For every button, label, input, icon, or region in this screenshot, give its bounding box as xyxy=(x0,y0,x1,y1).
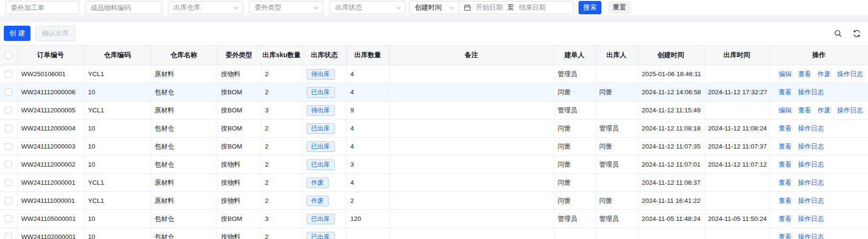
action-link[interactable]: 查看 xyxy=(779,143,792,150)
action-link[interactable]: 查看 xyxy=(779,215,792,222)
outbound-operator-cell: 管理员 xyxy=(595,120,638,138)
warehouse-select[interactable]: 出库仓库 xyxy=(168,1,243,14)
outbound-time-cell xyxy=(704,192,770,210)
action-link[interactable]: 操作日志 xyxy=(798,125,824,132)
warehouse-code-cell: 10 xyxy=(84,83,151,101)
row-checkbox[interactable] xyxy=(5,143,12,150)
column-header-outbound-status: 出库状态 xyxy=(302,46,346,65)
remark-cell xyxy=(389,65,554,83)
action-link[interactable]: 查看 xyxy=(779,179,792,186)
select-all-checkbox[interactable] xyxy=(5,52,12,59)
table-toolbar: 创建 确认出库 xyxy=(0,22,868,45)
action-link[interactable]: 查看 xyxy=(798,107,811,114)
order-number-cell: WW241111000001 xyxy=(17,192,84,210)
action-link[interactable]: 查看 xyxy=(779,125,792,132)
warehouse-code-cell: YCL1 xyxy=(84,101,151,120)
action-link[interactable]: 编辑 xyxy=(779,107,792,114)
action-link[interactable]: 查看 xyxy=(779,197,792,204)
order-number-cell: WW241112000005 xyxy=(17,101,84,120)
filter-bar: 出库仓库 委外类型 出库状态 创建时间 开始日期 xyxy=(0,0,868,15)
actions-cell: 查看操作日志 xyxy=(770,174,868,192)
row-checkbox[interactable] xyxy=(5,161,12,168)
action-link[interactable]: 操作日志 xyxy=(798,215,824,222)
material-code-input[interactable] xyxy=(85,1,162,14)
status-badge: 待出库 xyxy=(307,105,335,116)
row-checkbox-cell xyxy=(0,156,17,174)
reset-button[interactable]: 重置 xyxy=(608,1,631,14)
action-link[interactable]: 操作日志 xyxy=(798,89,824,96)
search-button[interactable]: 搜索 xyxy=(579,1,601,14)
order-number-cell: WW241112000004 xyxy=(17,120,84,138)
row-checkbox-cell xyxy=(0,138,17,156)
action-link[interactable]: 操作日志 xyxy=(798,179,824,186)
creator-cell: 闫蕾 xyxy=(554,192,595,210)
outbound-orders-table: 订单编号仓库编码仓库名称委外类型出库sku数量出库状态出库数量备注建单人出库人创… xyxy=(0,45,868,239)
table-header-row: 订单编号仓库编码仓库名称委外类型出库sku数量出库状态出库数量备注建单人出库人创… xyxy=(0,46,868,65)
date-start-input[interactable]: 开始日期 xyxy=(476,3,503,12)
outbound-qty-cell: 4 xyxy=(346,174,389,192)
remark-cell xyxy=(389,156,554,174)
outsource-type-cell: 按BOM xyxy=(217,138,261,156)
status-badge: 已出库 xyxy=(307,232,335,239)
outbound-qty-cell: 4 xyxy=(346,83,389,101)
row-checkbox[interactable] xyxy=(5,70,12,78)
action-link[interactable]: 操作日志 xyxy=(798,233,824,239)
outbound-status-select-placeholder: 出库状态 xyxy=(335,3,362,12)
row-checkbox[interactable] xyxy=(5,89,12,96)
row-checkbox[interactable] xyxy=(5,233,12,239)
action-link[interactable]: 操作日志 xyxy=(837,107,863,114)
outbound-status-cell: 已出库 xyxy=(302,120,346,138)
action-link[interactable]: 查看 xyxy=(779,161,792,168)
remark-cell xyxy=(389,192,554,210)
action-link[interactable]: 操作日志 xyxy=(798,161,824,168)
outbound-status-select[interactable]: 出库状态 xyxy=(330,1,406,14)
order-number-cell: WW241105000001 xyxy=(17,210,84,228)
action-link[interactable]: 查看 xyxy=(779,89,792,96)
created-time-cell: 2024-11-12 11:08:18 xyxy=(638,120,704,138)
action-link[interactable]: 编辑 xyxy=(779,70,792,78)
sku-count-cell: 2 xyxy=(261,228,302,239)
status-badge: 作废 xyxy=(307,196,329,206)
action-link[interactable]: 查看 xyxy=(798,70,811,78)
date-end-input[interactable]: 结束日期 xyxy=(519,3,546,12)
action-link[interactable]: 作废 xyxy=(818,70,831,78)
action-link[interactable]: 操作日志 xyxy=(798,197,824,204)
column-header-outbound-time: 出库时间 xyxy=(704,46,770,65)
outsource-type-select[interactable]: 委外类型 xyxy=(249,1,324,14)
outbound-operator-cell: 闫蕾 xyxy=(595,192,638,210)
remark-cell xyxy=(389,101,554,120)
row-checkbox[interactable] xyxy=(5,215,12,222)
column-header-actions: 操作 xyxy=(770,46,868,65)
row-checkbox-cell xyxy=(0,65,17,83)
creator-cell: 闫蕾 xyxy=(554,138,595,156)
outbound-status-cell: 作废 xyxy=(302,174,346,192)
create-button[interactable]: 创建 xyxy=(4,26,31,41)
outbound-operator-cell: 闫蕾 xyxy=(595,83,638,101)
action-link[interactable]: 操作日志 xyxy=(798,143,824,150)
outsource-order-input[interactable] xyxy=(6,1,80,14)
warehouse-name-cell: 原材料 xyxy=(151,101,217,120)
created-time-cell xyxy=(638,228,704,239)
action-link[interactable]: 作废 xyxy=(818,107,831,114)
outbound-status-cell: 已出库 xyxy=(302,210,346,228)
outbound-time-cell xyxy=(704,228,770,239)
row-checkbox[interactable] xyxy=(5,107,12,114)
warehouse-name-cell: 包材仓 xyxy=(151,228,217,239)
row-checkbox[interactable] xyxy=(5,179,12,186)
outsource-outbound-page: 出库仓库 委外类型 出库状态 创建时间 开始日期 xyxy=(0,0,868,239)
time-type-select[interactable]: 创建时间 xyxy=(409,1,458,14)
outbound-status-cell: 作废 xyxy=(302,192,346,210)
actions-cell: 查看操作日志 xyxy=(770,138,868,156)
action-link[interactable]: 查看 xyxy=(779,233,792,239)
date-range-picker[interactable]: 开始日期 至 结束日期 xyxy=(458,1,574,14)
warehouse-code-cell: YCL1 xyxy=(84,65,151,83)
confirm-outbound-button[interactable]: 确认出库 xyxy=(35,26,75,41)
row-checkbox[interactable] xyxy=(5,197,12,204)
row-checkbox[interactable] xyxy=(5,125,12,132)
action-link[interactable]: 操作日志 xyxy=(837,70,863,78)
outbound-status-cell: 已出库 xyxy=(302,156,346,174)
search-icon[interactable] xyxy=(834,29,843,38)
actions-cell: 编辑查看作废操作日志 xyxy=(770,101,868,120)
sku-count-cell: 2 xyxy=(261,138,302,156)
refresh-icon[interactable] xyxy=(852,29,861,38)
